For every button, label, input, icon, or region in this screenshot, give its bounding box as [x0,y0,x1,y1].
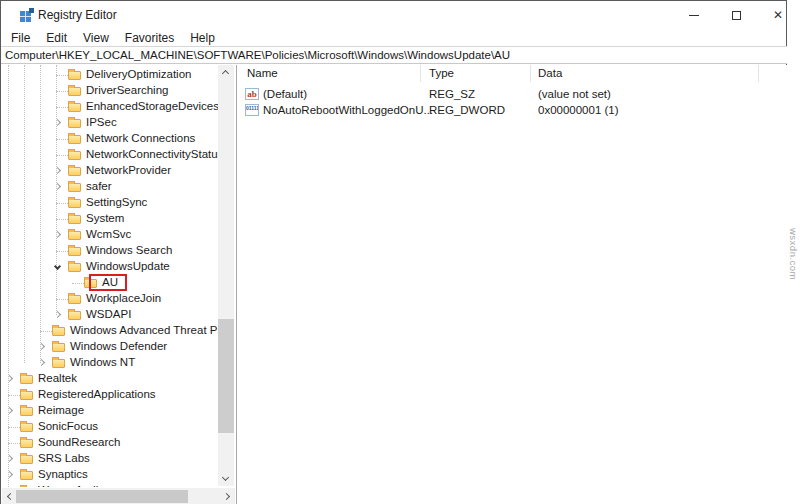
tree-connector [72,283,84,284]
column-separator[interactable] [530,65,531,82]
column-header-name[interactable]: Name [247,67,278,79]
tree-item-safer[interactable]: safer [2,179,218,195]
scroll-right-icon[interactable] [223,493,230,500]
chevron-expanded-icon[interactable] [54,263,61,270]
menu-help[interactable]: Help [188,30,217,46]
tree-item-enhancedstoragedevices[interactable]: EnhancedStorageDevices [2,99,218,115]
tree-connector [56,107,68,108]
tree-horizontal-scrollbar[interactable] [2,488,235,504]
column-header-data[interactable]: Data [538,67,562,79]
minimize-button[interactable] [672,1,716,29]
tree-connector [56,203,68,204]
tree-item-realtek[interactable]: Realtek [2,371,218,387]
value-row-noautorebootwithloggedonu[interactable]: 011110NoAutoRebootWithLoggedOnU...REG_DW… [237,103,787,119]
folder-icon [20,391,33,400]
chevron-collapsed-icon[interactable] [54,167,61,174]
tree-item-workplacejoin[interactable]: WorkplaceJoin [2,291,218,307]
value-row-default[interactable]: ab(Default)REG_SZ(value not set) [237,87,787,103]
tree-item-label: DeliveryOptimization [86,68,191,80]
chevron-collapsed-icon[interactable] [6,407,13,414]
tree-item-reimage[interactable]: Reimage [2,403,218,419]
tree-item-label: WindowsUpdate [86,260,170,272]
tree-item-settingsync[interactable]: SettingSync [2,195,218,211]
value-data: (value not set) [538,88,611,100]
folder-icon [52,327,65,336]
tree-item-wsdapi[interactable]: WSDAPI [2,307,218,323]
chevron-collapsed-icon[interactable] [6,375,13,382]
value-name: NoAutoRebootWithLoggedOnU... [263,104,433,116]
menu-view[interactable]: View [81,30,111,46]
scroll-left-icon[interactable] [7,493,14,500]
column-separator[interactable] [758,65,759,82]
tree-item-windows-nt[interactable]: Windows NT [2,355,218,371]
tree-connector [56,139,68,140]
tree-item-ipsec[interactable]: IPSec [2,115,218,131]
tree-item-label: WcmSvc [86,228,131,240]
folder-icon [68,183,81,192]
tree-connector [56,251,68,252]
tree-item-label: System [86,212,124,224]
chevron-collapsed-icon[interactable] [6,455,13,462]
tree-item-soundresearch[interactable]: SoundResearch [2,435,218,451]
column-separator[interactable] [420,65,421,82]
tree-item-sonicfocus[interactable]: SonicFocus [2,419,218,435]
chevron-collapsed-icon[interactable] [38,359,45,366]
tree-item-label: WorkplaceJoin [86,292,161,304]
folder-icon [68,199,81,208]
tree-item-label: Realtek [38,372,77,384]
tree-item-wcmsvc[interactable]: WcmSvc [2,227,218,243]
menu-file[interactable]: File [9,30,32,46]
chevron-collapsed-icon[interactable] [38,343,45,350]
tree-item-networkprovider[interactable]: NetworkProvider [2,163,218,179]
tree-item-srs-labs[interactable]: SRS Labs [2,451,218,467]
folder-icon [68,263,81,272]
folder-icon [68,311,81,320]
tree-item-au[interactable]: AU [2,275,218,291]
registry-tree[interactable]: DeliveryOptimizationDriverSearchingEnhan… [2,65,218,487]
column-header-type[interactable]: Type [429,67,454,79]
value-name: (Default) [263,88,307,100]
chevron-collapsed-icon[interactable] [54,183,61,190]
minimize-icon [689,15,699,16]
menu-favorites[interactable]: Favorites [123,30,176,46]
scroll-up-icon[interactable] [222,70,229,77]
tree-item-network-connections[interactable]: Network Connections [2,131,218,147]
tree-item-label: EnhancedStorageDevices [86,100,218,112]
tree-item-label: Windows Defender [70,340,167,352]
folder-icon [68,247,81,256]
folder-icon [68,231,81,240]
folder-icon [68,87,81,96]
close-button[interactable]: ✕ [756,1,800,29]
chevron-collapsed-icon[interactable] [6,471,13,478]
tree-vertical-scrollbar[interactable] [218,65,234,486]
close-icon: ✕ [773,9,783,21]
horizontal-scrollbar-thumb[interactable] [16,490,188,503]
maximize-button[interactable] [714,1,758,29]
tree-item-label: RegisteredApplications [38,388,156,400]
folder-icon [20,407,33,416]
tree-item-networkconnectivitystatusindicator[interactable]: NetworkConnectivityStatusIndicator [2,147,218,163]
tree-item-registeredapplications[interactable]: RegisteredApplications [2,387,218,403]
chevron-collapsed-icon[interactable] [54,231,61,238]
tree-item-system[interactable]: System [2,211,218,227]
value-list-pane[interactable]: Name Type Data ab(Default)REG_SZ(value n… [237,65,787,504]
tree-item-deliveryoptimization[interactable]: DeliveryOptimization [2,67,218,83]
address-bar [1,46,787,64]
tree-item-driversearching[interactable]: DriverSearching [2,83,218,99]
folder-icon [20,471,33,480]
tree-item-windows-search[interactable]: Windows Search [2,243,218,259]
folder-icon [68,167,81,176]
tree-item-waves-audio[interactable]: Waves Audio [2,483,218,487]
tree-item-windows-advanced-threat-protection[interactable]: Windows Advanced Threat Protection [2,323,218,339]
chevron-collapsed-icon[interactable] [54,119,61,126]
title-bar[interactable]: Registry Editor ✕ [1,1,786,29]
vertical-scrollbar-thumb[interactable] [218,319,234,433]
menu-edit[interactable]: Edit [44,30,69,46]
tree-item-windowsupdate[interactable]: WindowsUpdate [2,259,218,275]
address-input[interactable] [1,47,787,63]
tree-item-windows-defender[interactable]: Windows Defender [2,339,218,355]
scroll-down-icon[interactable] [222,474,229,481]
chevron-collapsed-icon[interactable] [54,311,61,318]
registry-editor-window: Registry Editor ✕ File Edit View Favorit… [0,0,787,504]
tree-item-synaptics[interactable]: Synaptics [2,467,218,483]
